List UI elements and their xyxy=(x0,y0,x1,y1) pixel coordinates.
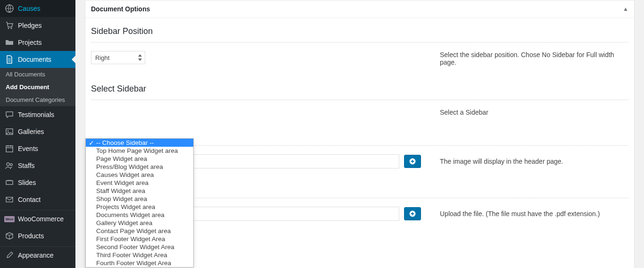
sidebar-item-documents[interactable]: Documents xyxy=(0,51,75,68)
woo-icon: Woo xyxy=(5,214,14,224)
svg-point-4 xyxy=(8,130,9,132)
svg-point-6 xyxy=(7,163,9,166)
sidebar-item-label: Pledges xyxy=(18,22,42,29)
sidebar-item-label: Slides xyxy=(18,179,36,186)
divider xyxy=(91,100,628,100)
sidebar-item-label: Documents xyxy=(18,56,51,63)
panel-body: Sidebar Position Right Select the sideba… xyxy=(85,18,634,268)
document-options-panel: Document Options ▲ Sidebar Position Righ… xyxy=(85,0,635,268)
dropdown-option[interactable]: First Footer Widget Area xyxy=(86,235,193,243)
calendar-icon xyxy=(5,144,14,153)
svg-rect-10 xyxy=(6,197,13,202)
brush-icon xyxy=(5,251,14,260)
mail-icon xyxy=(5,195,14,204)
panel-header[interactable]: Document Options ▲ xyxy=(85,0,634,18)
chat-icon xyxy=(5,110,14,119)
dropdown-option[interactable]: Event Widget area xyxy=(86,179,193,187)
dropdown-option[interactable]: Documents Widget area xyxy=(86,211,193,219)
plus-circle-icon xyxy=(409,158,416,165)
svg-point-2 xyxy=(11,28,12,29)
sidebar-item-products[interactable]: Products xyxy=(0,227,75,244)
select-sidebar-description: Select a Sidebar xyxy=(440,109,628,116)
sidebar-item-label: Appearance xyxy=(18,251,54,259)
sidebar-item-causes[interactable]: Causes xyxy=(0,0,75,17)
submenu-item-all-documents[interactable]: All Documents xyxy=(0,68,75,81)
sidebar-item-woocommerce[interactable]: Woo WooCommerce xyxy=(0,210,75,227)
globe-icon xyxy=(5,4,14,13)
sidebar-item-label: Testimonials xyxy=(18,111,54,118)
row-sidebar-position: Right Select the sidebar position. Chose… xyxy=(91,51,628,66)
sidebar-item-events[interactable]: Events xyxy=(0,140,75,157)
sidebar-item-projects[interactable]: Projects xyxy=(0,34,75,51)
sidebar-submenu-documents: All Documents Add Document Document Cate… xyxy=(0,68,75,106)
upload-file-description: Upload the file. (The file must have the… xyxy=(440,210,628,218)
folder-icon xyxy=(5,38,14,47)
sidebar-item-pledges[interactable]: Pledges xyxy=(0,17,75,34)
svg-point-1 xyxy=(8,28,9,29)
dropdown-option[interactable]: Shop Widget area xyxy=(86,195,193,203)
dropdown-option[interactable]: Causes Widget area xyxy=(86,171,193,179)
dropdown-option[interactable]: Contact Page Widget area xyxy=(86,227,193,235)
main-content: Document Options ▲ Sidebar Position Righ… xyxy=(75,0,644,268)
add-upload-file-button[interactable] xyxy=(404,207,421,220)
sidebar-item-testimonials[interactable]: Testimonials xyxy=(0,106,75,123)
select-sidebar-dropdown[interactable]: -- Choose Sidebar --Top Home Page Widget… xyxy=(85,138,194,268)
dropdown-option[interactable]: Fourth Footer Widget Area xyxy=(86,259,193,267)
dropdown-option[interactable]: Page Widget area xyxy=(86,155,193,163)
dropdown-option[interactable]: Staff Widget area xyxy=(86,187,193,195)
cart-icon xyxy=(5,21,14,30)
select-value: Right xyxy=(95,54,109,61)
sidebar-item-label: Staffs xyxy=(18,162,35,169)
dropdown-option[interactable]: Top Home Page Widget area xyxy=(86,147,193,155)
section-title-sidebar-position: Sidebar Position xyxy=(91,26,628,36)
sidebar-item-label: Galleries xyxy=(18,128,44,135)
sidebar-item-slides[interactable]: Slides xyxy=(0,174,75,191)
sidebar-item-galleries[interactable]: Galleries xyxy=(0,123,75,140)
plus-circle-icon xyxy=(409,210,416,218)
people-icon xyxy=(5,161,14,170)
image-icon xyxy=(5,127,14,136)
sidebar-item-staffs[interactable]: Staffs xyxy=(0,157,75,174)
add-header-image-button[interactable] xyxy=(404,155,421,168)
admin-sidebar: Causes Pledges Projects Documents All Do… xyxy=(0,0,75,268)
header-image-description: The image will display in the header pag… xyxy=(440,158,628,165)
sidebar-item-label: Events xyxy=(18,145,38,152)
dropdown-option[interactable]: Gallery Widget area xyxy=(86,219,193,227)
slides-icon xyxy=(5,178,14,187)
sidebar-item-label: WooCommerce xyxy=(18,215,64,223)
submenu-item-document-categories[interactable]: Document Categories xyxy=(0,93,75,106)
sidebar-item-label: Causes xyxy=(18,5,40,12)
file-icon xyxy=(5,55,14,64)
panel-title: Document Options xyxy=(91,5,150,13)
sidebar-item-label: Products xyxy=(18,232,44,240)
sidebar-item-contact[interactable]: Contact xyxy=(0,191,75,208)
svg-rect-5 xyxy=(6,146,13,152)
section-title-select-sidebar: Select Sidebar xyxy=(91,84,628,94)
dropdown-option[interactable]: Third Footer Widget Area xyxy=(86,251,193,259)
dropdown-option[interactable]: Second Footer Widget Area xyxy=(86,243,193,251)
submenu-item-add-document[interactable]: Add Document xyxy=(0,81,75,93)
svg-rect-8 xyxy=(6,181,13,184)
dropdown-option[interactable]: -- Choose Sidebar -- xyxy=(86,139,193,147)
svg-rect-9 xyxy=(7,180,12,181)
sidebar-item-appearance[interactable]: Appearance xyxy=(0,247,75,264)
dropdown-option[interactable]: Projects Widget area xyxy=(86,203,193,211)
sidebar-item-label: Contact xyxy=(18,196,41,203)
dropdown-option[interactable]: Press/Blog Widget area xyxy=(86,163,193,171)
box-icon xyxy=(5,231,14,241)
svg-point-7 xyxy=(10,164,13,166)
collapse-icon[interactable]: ▲ xyxy=(623,6,628,12)
sidebar-item-label: Projects xyxy=(18,39,42,46)
divider xyxy=(91,42,628,42)
row-select-sidebar: Select a Sidebar xyxy=(91,109,628,116)
sidebar-position-select[interactable]: Right xyxy=(91,51,145,64)
sidebar-position-description: Select the sidebar position. Chose No Si… xyxy=(440,51,628,66)
